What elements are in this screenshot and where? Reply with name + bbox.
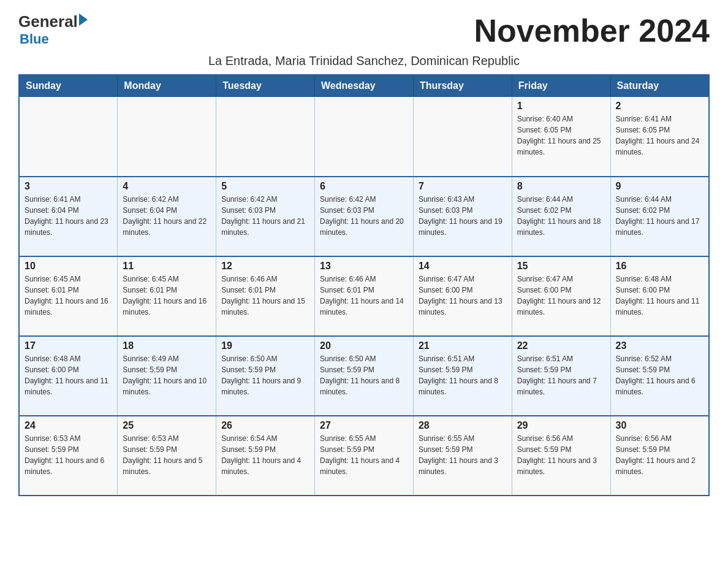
weekday-header-wednesday: Wednesday [315, 75, 414, 97]
day-number: 20 [320, 340, 408, 351]
day-number: 19 [221, 340, 309, 351]
weekday-header-sunday: Sunday [19, 75, 118, 97]
calendar-week-row: 24Sunrise: 6:53 AMSunset: 5:59 PMDayligh… [19, 416, 709, 496]
day-number: 11 [123, 261, 211, 272]
day-info: Sunrise: 6:48 AMSunset: 6:00 PMDaylight:… [616, 274, 703, 318]
day-number: 9 [616, 181, 703, 192]
day-info: Sunrise: 6:54 AMSunset: 5:59 PMDaylight:… [221, 433, 309, 477]
day-number: 1 [517, 101, 605, 112]
calendar-day-cell: 4Sunrise: 6:42 AMSunset: 6:04 PMDaylight… [118, 177, 216, 256]
calendar-day-cell: 30Sunrise: 6:56 AMSunset: 5:59 PMDayligh… [610, 416, 709, 496]
calendar-day-cell: 1Sunrise: 6:40 AMSunset: 6:05 PMDaylight… [512, 97, 610, 177]
calendar-week-row: 10Sunrise: 6:45 AMSunset: 6:01 PMDayligh… [19, 256, 709, 336]
weekday-header-thursday: Thursday [413, 75, 512, 97]
calendar-day-cell: 12Sunrise: 6:46 AMSunset: 6:01 PMDayligh… [216, 256, 315, 336]
day-number: 23 [616, 340, 703, 351]
day-info: Sunrise: 6:42 AMSunset: 6:03 PMDaylight:… [320, 194, 408, 238]
day-info: Sunrise: 6:47 AMSunset: 6:00 PMDaylight:… [517, 274, 605, 318]
day-number: 15 [517, 261, 605, 272]
weekday-header-tuesday: Tuesday [216, 75, 315, 97]
day-number: 24 [25, 420, 112, 431]
day-number: 13 [320, 261, 408, 272]
day-info: Sunrise: 6:41 AMSunset: 6:04 PMDaylight:… [25, 194, 112, 238]
day-number: 25 [123, 420, 211, 431]
day-info: Sunrise: 6:48 AMSunset: 6:00 PMDaylight:… [25, 353, 112, 397]
day-number: 29 [517, 420, 605, 431]
logo: General Blue [18, 12, 88, 47]
calendar-day-cell: 16Sunrise: 6:48 AMSunset: 6:00 PMDayligh… [610, 256, 709, 336]
calendar-day-cell: 22Sunrise: 6:51 AMSunset: 5:59 PMDayligh… [512, 336, 610, 416]
calendar-week-row: 17Sunrise: 6:48 AMSunset: 6:00 PMDayligh… [19, 336, 709, 416]
calendar-day-cell: 14Sunrise: 6:47 AMSunset: 6:00 PMDayligh… [413, 256, 512, 336]
day-info: Sunrise: 6:52 AMSunset: 5:59 PMDaylight:… [616, 353, 703, 397]
calendar-day-cell: 13Sunrise: 6:46 AMSunset: 6:01 PMDayligh… [315, 256, 414, 336]
day-info: Sunrise: 6:46 AMSunset: 6:01 PMDaylight:… [221, 274, 309, 318]
day-number: 2 [616, 101, 703, 112]
logo-arrow-icon [79, 13, 88, 26]
day-info: Sunrise: 6:55 AMSunset: 5:59 PMDaylight:… [419, 433, 507, 477]
day-info: Sunrise: 6:51 AMSunset: 5:59 PMDaylight:… [419, 353, 507, 397]
day-info: Sunrise: 6:45 AMSunset: 6:01 PMDaylight:… [25, 274, 112, 318]
day-info: Sunrise: 6:55 AMSunset: 5:59 PMDaylight:… [320, 433, 408, 477]
weekday-header-friday: Friday [512, 75, 610, 97]
day-info: Sunrise: 6:53 AMSunset: 5:59 PMDaylight:… [25, 433, 112, 477]
calendar-day-cell: 15Sunrise: 6:47 AMSunset: 6:00 PMDayligh… [512, 256, 610, 336]
day-number: 6 [320, 181, 408, 192]
calendar-day-cell: 24Sunrise: 6:53 AMSunset: 5:59 PMDayligh… [19, 416, 118, 496]
day-info: Sunrise: 6:50 AMSunset: 5:59 PMDaylight:… [320, 353, 408, 397]
subtitle: La Entrada, Maria Trinidad Sanchez, Domi… [18, 54, 710, 68]
calendar-day-cell: 10Sunrise: 6:45 AMSunset: 6:01 PMDayligh… [19, 256, 118, 336]
calendar-day-cell: 8Sunrise: 6:44 AMSunset: 6:02 PMDaylight… [512, 177, 610, 256]
day-info: Sunrise: 6:42 AMSunset: 6:03 PMDaylight:… [221, 194, 309, 238]
day-info: Sunrise: 6:47 AMSunset: 6:00 PMDaylight:… [419, 274, 507, 318]
month-title: November 2024 [474, 12, 710, 49]
weekday-header-saturday: Saturday [610, 75, 709, 97]
day-info: Sunrise: 6:40 AMSunset: 6:05 PMDaylight:… [517, 113, 605, 158]
calendar-day-cell [216, 97, 315, 177]
day-number: 5 [221, 181, 309, 192]
day-info: Sunrise: 6:42 AMSunset: 6:04 PMDaylight:… [123, 194, 211, 238]
day-number: 18 [123, 340, 211, 351]
weekday-header-monday: Monday [118, 75, 216, 97]
day-info: Sunrise: 6:49 AMSunset: 5:59 PMDaylight:… [123, 353, 211, 397]
calendar-day-cell: 11Sunrise: 6:45 AMSunset: 6:01 PMDayligh… [118, 256, 216, 336]
day-info: Sunrise: 6:46 AMSunset: 6:01 PMDaylight:… [320, 274, 408, 318]
calendar-day-cell: 18Sunrise: 6:49 AMSunset: 5:59 PMDayligh… [118, 336, 216, 416]
day-number: 10 [25, 261, 112, 272]
calendar-day-cell: 25Sunrise: 6:53 AMSunset: 5:59 PMDayligh… [118, 416, 216, 496]
calendar-day-cell: 9Sunrise: 6:44 AMSunset: 6:02 PMDaylight… [610, 177, 709, 256]
day-number: 17 [25, 340, 112, 351]
day-number: 12 [221, 261, 309, 272]
day-number: 16 [616, 261, 703, 272]
day-number: 27 [320, 420, 408, 431]
calendar-week-row: 3Sunrise: 6:41 AMSunset: 6:04 PMDaylight… [19, 177, 709, 256]
day-number: 14 [419, 261, 507, 272]
day-info: Sunrise: 6:45 AMSunset: 6:01 PMDaylight:… [123, 274, 211, 318]
day-number: 26 [221, 420, 309, 431]
day-number: 8 [517, 181, 605, 192]
calendar-day-cell: 19Sunrise: 6:50 AMSunset: 5:59 PMDayligh… [216, 336, 315, 416]
weekday-header-row: SundayMondayTuesdayWednesdayThursdayFrid… [19, 75, 709, 97]
logo-blue-text: Blue [20, 31, 88, 47]
day-number: 28 [419, 420, 507, 431]
day-number: 7 [419, 181, 507, 192]
calendar-day-cell [413, 97, 512, 177]
calendar-day-cell: 28Sunrise: 6:55 AMSunset: 5:59 PMDayligh… [413, 416, 512, 496]
calendar-day-cell: 6Sunrise: 6:42 AMSunset: 6:03 PMDaylight… [315, 177, 414, 256]
calendar-day-cell: 2Sunrise: 6:41 AMSunset: 6:05 PMDaylight… [610, 97, 709, 177]
day-info: Sunrise: 6:56 AMSunset: 5:59 PMDaylight:… [616, 433, 703, 477]
calendar-day-cell: 23Sunrise: 6:52 AMSunset: 5:59 PMDayligh… [610, 336, 709, 416]
calendar-day-cell: 7Sunrise: 6:43 AMSunset: 6:03 PMDaylight… [413, 177, 512, 256]
calendar-day-cell [315, 97, 414, 177]
calendar-day-cell: 21Sunrise: 6:51 AMSunset: 5:59 PMDayligh… [413, 336, 512, 416]
calendar-day-cell: 17Sunrise: 6:48 AMSunset: 6:00 PMDayligh… [19, 336, 118, 416]
calendar-day-cell: 27Sunrise: 6:55 AMSunset: 5:59 PMDayligh… [315, 416, 414, 496]
logo-general-text: General [18, 12, 78, 31]
day-info: Sunrise: 6:51 AMSunset: 5:59 PMDaylight:… [517, 353, 605, 397]
day-info: Sunrise: 6:50 AMSunset: 5:59 PMDaylight:… [221, 353, 309, 397]
day-number: 4 [123, 181, 211, 192]
day-number: 3 [25, 181, 112, 192]
calendar-day-cell: 20Sunrise: 6:50 AMSunset: 5:59 PMDayligh… [315, 336, 414, 416]
calendar-day-cell [118, 97, 216, 177]
day-info: Sunrise: 6:44 AMSunset: 6:02 PMDaylight:… [517, 194, 605, 238]
